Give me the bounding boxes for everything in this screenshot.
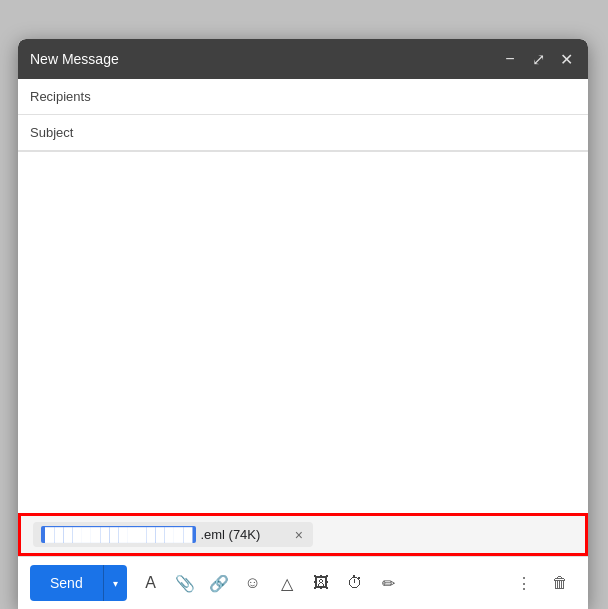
insert-emoji-button[interactable]: ☺ — [237, 567, 269, 599]
recipients-label: Recipients — [30, 89, 91, 104]
send-dropdown-button[interactable]: ▾ — [103, 565, 127, 601]
compose-window: New Message − ⤢ ✕ Recipients Subject ███… — [18, 39, 588, 609]
compose-body[interactable] — [18, 152, 588, 513]
compose-fields: Recipients Subject — [18, 79, 588, 152]
insert-link-button[interactable]: 🔗 — [203, 567, 235, 599]
subject-row: Subject — [18, 115, 588, 151]
attachment-ext-size: .eml (74K) — [200, 527, 260, 542]
more-options-button[interactable]: ⋮ — [508, 567, 540, 599]
send-button-group: Send ▾ — [30, 565, 127, 601]
subject-label: Subject — [30, 125, 90, 140]
footer-right: ⋮ 🗑 — [508, 567, 576, 599]
send-button[interactable]: Send — [30, 565, 103, 601]
attachment-area: ████████████████ .eml (74K) × — [18, 513, 588, 556]
recipients-input[interactable] — [91, 89, 576, 104]
attachment-close-button[interactable]: × — [293, 527, 305, 543]
attachment-item: ████████████████ .eml (74K) × — [33, 522, 313, 547]
close-button[interactable]: ✕ — [556, 49, 576, 69]
footer-toolbar: A 📎 🔗 ☺ △ 🖼 ⏱ ✏ — [135, 567, 504, 599]
compose-header: New Message − ⤢ ✕ — [18, 39, 588, 79]
attach-file-button[interactable]: 📎 — [169, 567, 201, 599]
recipients-row: Recipients — [18, 79, 588, 115]
delete-button[interactable]: 🗑 — [544, 567, 576, 599]
expand-button[interactable]: ⤢ — [528, 49, 548, 69]
subject-input[interactable] — [90, 125, 576, 140]
compose-title: New Message — [30, 51, 119, 67]
minimize-button[interactable]: − — [500, 49, 520, 69]
insert-drive-button[interactable]: △ — [271, 567, 303, 599]
signature-button[interactable]: ✏ — [373, 567, 405, 599]
header-actions: − ⤢ ✕ — [500, 49, 576, 69]
insert-photo-button[interactable]: 🖼 — [305, 567, 337, 599]
compose-footer: Send ▾ A 📎 🔗 ☺ △ 🖼 ⏱ ✏ ⋮ 🗑 — [18, 556, 588, 609]
more-toolbar-button[interactable]: ⏱ — [339, 567, 371, 599]
attachment-name: ████████████████ — [41, 526, 196, 543]
body-input[interactable] — [30, 160, 576, 505]
format-text-button[interactable]: A — [135, 567, 167, 599]
